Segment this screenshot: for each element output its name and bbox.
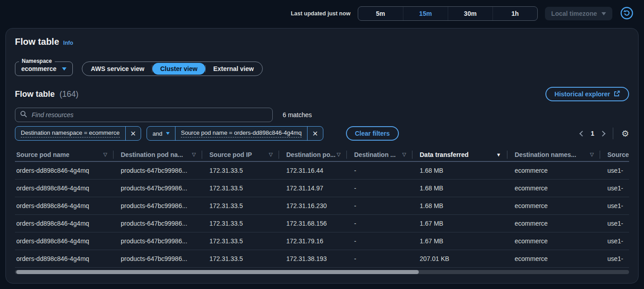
column-header-source-pod-name[interactable]: Source pod name▽: [15, 148, 114, 161]
table-cell: use1-: [600, 202, 629, 209]
top-bar: Last updated just now 5m15m30m1h Local t…: [0, 0, 644, 27]
pagination: 1 ⚙: [580, 128, 629, 139]
table-cell: -: [347, 255, 412, 262]
filter-token-1-text[interactable]: Destination namespace = ecommerce: [15, 127, 125, 140]
view-toggle-group: AWS service viewCluster viewExternal vie…: [82, 62, 263, 76]
table-cell: use1-: [600, 220, 629, 227]
refresh-icon: [620, 6, 634, 21]
sortable-icon: ▽: [192, 152, 196, 157]
filter-operator-dropdown[interactable]: and: [147, 127, 175, 140]
table-cell: use1-: [600, 255, 629, 262]
table-cell: products-647bc99986...: [114, 220, 202, 227]
historical-explorer-label: Historical explorer: [554, 90, 610, 98]
table-cell: 172.31.68.156: [279, 220, 347, 227]
page-title: Flow table: [15, 37, 59, 47]
column-header-destination-po[interactable]: Destination po...▽: [279, 148, 347, 161]
timezone-select[interactable]: Local timezone: [545, 7, 612, 20]
table-cell: ecommerce: [507, 185, 600, 192]
column-header-source-pod-ip[interactable]: Source pod IP▽: [202, 148, 279, 161]
view-option-external-view[interactable]: External view: [206, 63, 262, 75]
column-header-destination-names[interactable]: Destination names...▽: [507, 148, 600, 161]
flow-table-body: orders-dd898c846-4g4mqproducts-647bc9998…: [15, 162, 629, 268]
table-cell: 172.31.33.5: [202, 220, 279, 227]
chevron-down-icon: [62, 67, 66, 71]
filter-token-2-text[interactable]: Source pod name = orders-dd898c846-4g4mq: [175, 127, 307, 140]
table-cell: ecommerce: [507, 237, 600, 245]
column-header-label: Data transferred: [420, 151, 469, 158]
timezone-label: Local timezone: [551, 10, 597, 17]
table-cell: 1.67 MB: [412, 237, 507, 245]
table-cell: products-647bc99986...: [114, 255, 202, 262]
table-cell: orders-dd898c846-4g4mq: [15, 202, 114, 209]
time-range-5m[interactable]: 5m: [358, 7, 403, 20]
table-title-block: Flow table (164): [15, 90, 79, 99]
table-cell: 207.01 KB: [412, 255, 507, 262]
column-header-data-transferred[interactable]: Data transferred▼: [412, 148, 507, 161]
table-cell: 172.31.33.5: [202, 202, 279, 209]
table-cell: 172.31.16.44: [279, 167, 347, 174]
table-cell: products-647bc99986...: [114, 237, 202, 245]
time-range-group: 5m15m30m1h: [358, 6, 538, 21]
previous-page-icon[interactable]: [579, 131, 585, 137]
table-cell: orders-dd898c846-4g4mq: [15, 167, 114, 174]
sortable-icon: ▽: [269, 152, 273, 157]
table-cell: orders-dd898c846-4g4mq: [15, 220, 114, 227]
table-row: orders-dd898c846-4g4mqproducts-647bc9998…: [15, 232, 629, 250]
column-header-source[interactable]: Source ...▽: [600, 148, 629, 161]
table-row: orders-dd898c846-4g4mqproducts-647bc9998…: [15, 197, 629, 215]
column-header-destination[interactable]: Destination ...▽: [347, 148, 412, 161]
filter-token-1: Destination namespace = ecommerce ×: [15, 126, 141, 141]
filter-token-2-close-icon[interactable]: ×: [308, 127, 323, 140]
table-cell: use1-: [600, 167, 629, 174]
horizontal-scrollbar-thumb[interactable]: [16, 270, 419, 274]
table-count: (164): [59, 90, 78, 99]
sort-desc-icon: ▼: [496, 152, 501, 157]
table-cell: products-647bc99986...: [114, 185, 202, 192]
table-cell: ecommerce: [507, 167, 600, 174]
column-header-label: Source ...: [607, 151, 629, 158]
table-cell: 1.68 MB: [412, 202, 507, 209]
info-link[interactable]: Info: [63, 40, 73, 46]
last-updated-text: Last updated just now: [291, 10, 350, 17]
table-title: Flow table: [15, 90, 55, 99]
table-cell: orders-dd898c846-4g4mq: [15, 255, 114, 262]
namespace-value: ecommerce: [21, 65, 57, 72]
refresh-button[interactable]: [620, 6, 634, 21]
table-cell: 172.31.33.5: [202, 237, 279, 245]
view-option-cluster-view[interactable]: Cluster view: [152, 63, 205, 75]
table-cell: -: [347, 237, 412, 245]
search-box: [15, 108, 273, 122]
table-row: orders-dd898c846-4g4mqproducts-647bc9998…: [15, 215, 629, 232]
filter-row: Destination namespace = ecommerce × and …: [15, 126, 629, 141]
table-cell: 172.31.33.5: [202, 167, 279, 174]
clear-filters-button[interactable]: Clear filters: [346, 126, 399, 141]
search-icon: [20, 110, 27, 119]
time-range-30m[interactable]: 30m: [448, 7, 492, 20]
page-number[interactable]: 1: [591, 130, 594, 137]
table-cell: orders-dd898c846-4g4mq: [15, 185, 114, 192]
table-cell: 172.31.33.5: [202, 255, 279, 262]
historical-explorer-button[interactable]: Historical explorer: [545, 87, 629, 101]
table-cell: -: [347, 167, 412, 174]
table-cell: 172.31.79.16: [279, 237, 347, 245]
column-header-label: Source pod IP: [209, 151, 252, 158]
flow-table-panel: Flow table Info Namespace ecommerce AWS …: [5, 28, 639, 284]
table-cell: ecommerce: [507, 202, 600, 209]
horizontal-scrollbar-track[interactable]: [15, 270, 629, 274]
namespace-select[interactable]: Namespace ecommerce: [15, 62, 73, 76]
table-cell: 172.31.14.97: [279, 185, 347, 192]
column-header-label: Destination names...: [515, 151, 576, 158]
gear-icon[interactable]: ⚙: [621, 129, 629, 138]
next-page-icon[interactable]: [600, 131, 606, 137]
time-range-15m[interactable]: 15m: [403, 7, 448, 20]
column-header-destination-pod-na[interactable]: Destination pod na...▽: [114, 148, 202, 161]
search-input[interactable]: [31, 111, 268, 119]
sortable-icon: ▽: [104, 152, 107, 157]
chevron-down-icon: [601, 12, 606, 15]
external-link-icon: [614, 90, 620, 98]
time-range-1h[interactable]: 1h: [492, 7, 537, 20]
view-option-aws-service-view[interactable]: AWS service view: [83, 63, 152, 75]
table-row: orders-dd898c846-4g4mqproducts-647bc9998…: [15, 180, 629, 197]
search-row: 6 matches: [15, 108, 629, 122]
filter-token-1-close-icon[interactable]: ×: [126, 127, 141, 140]
